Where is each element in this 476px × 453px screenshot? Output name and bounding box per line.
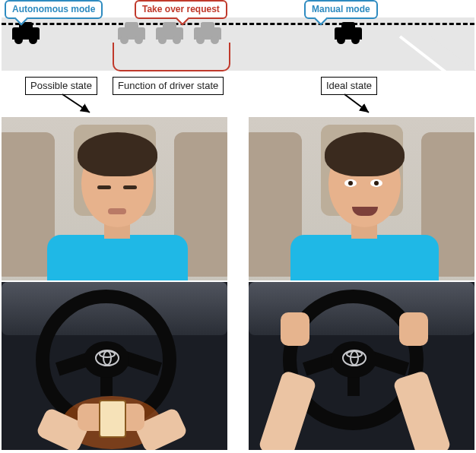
eye-right <box>370 179 382 187</box>
driver-distracted-face <box>2 117 227 280</box>
road-merge <box>385 17 476 71</box>
function-of-driver-state-box: Function of driver state <box>113 77 224 95</box>
autonomous-mode-label: Autonomous mode <box>12 4 95 14</box>
eye-left <box>97 185 111 189</box>
road-strip <box>2 17 474 71</box>
driver-distracted-hands-off-wheel <box>2 282 227 450</box>
driver-attentive-face <box>249 117 474 280</box>
arrow-possible-state <box>61 93 99 117</box>
svg-point-4 <box>100 351 115 357</box>
arrow-ideal-state <box>338 93 376 117</box>
driver-attentive-hands-on-wheel <box>249 282 474 450</box>
function-of-driver-state-label: Function of driver state <box>118 80 218 91</box>
mouth <box>108 208 126 214</box>
possible-state-label: Possible state <box>30 80 92 91</box>
manual-mode-bubble: Manual mode <box>304 0 378 19</box>
svg-marker-0 <box>385 36 476 71</box>
hand-left-on-wheel <box>281 312 309 346</box>
svg-point-7 <box>347 351 362 357</box>
phone-icon <box>99 400 126 438</box>
toyota-badge-icon <box>94 349 120 367</box>
eye-left <box>344 179 357 187</box>
autonomous-mode-bubble: Autonomous mode <box>5 0 103 19</box>
hand-right-on-wheel <box>399 312 428 346</box>
eye-right <box>123 185 137 189</box>
take-over-bracket <box>113 43 230 71</box>
ideal-state-label: Ideal state <box>326 80 372 91</box>
toyota-badge-icon <box>341 349 367 367</box>
take-over-request-bubble: Take over request <box>135 0 227 19</box>
